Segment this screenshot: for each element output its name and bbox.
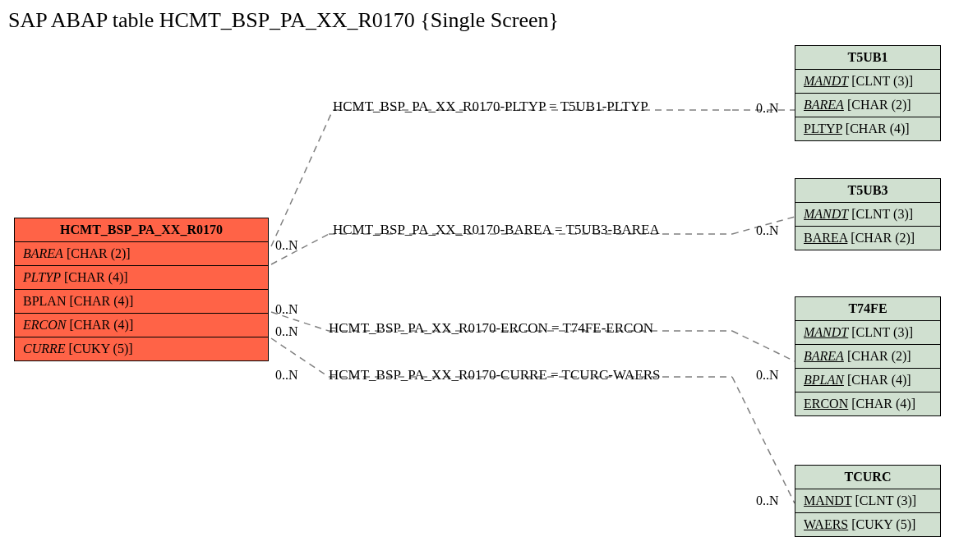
field-name: ERCON [23, 318, 66, 332]
field-type: [CHAR (4)] [69, 294, 133, 308]
rel-label-2: HCMT_BSP_PA_XX_R0170-BAREA = T5UB3-BAREA [333, 222, 660, 238]
field-type: [CUKY (5)] [69, 342, 133, 356]
cardinality-right-3: 0..N [756, 368, 779, 383]
field-type: [CHAR (4)] [69, 318, 133, 332]
table-row: BAREA [CHAR (2)] [15, 242, 268, 266]
svg-line-8 [732, 331, 795, 361]
field-name: WAERS [804, 517, 848, 531]
table-row: ERCON [CHAR (4)] [795, 392, 940, 415]
svg-line-0 [271, 110, 333, 246]
field-type: [CHAR (2)] [847, 349, 911, 363]
field-type: [CHAR (2)] [851, 231, 915, 245]
ref-entity-header: TCURC [795, 466, 940, 489]
table-row: MANDT [CLNT (3)] [795, 489, 940, 513]
field-name: BAREA [804, 98, 844, 112]
field-name: MANDT [804, 74, 848, 88]
field-name: MANDT [804, 493, 851, 507]
ref-entity-header: T5UB3 [795, 179, 940, 203]
field-name: BPLAN [804, 373, 844, 387]
cardinality-left-4: 0..N [275, 368, 298, 383]
cardinality-left-2: 0..N [275, 302, 298, 317]
field-name: MANDT [804, 325, 848, 339]
field-type: [CUKY (5)] [851, 517, 915, 531]
table-row: BPLAN [CHAR (4)] [15, 290, 268, 314]
field-type: [CLNT (3)] [855, 493, 916, 507]
table-row: BAREA [CHAR (2)] [795, 94, 940, 117]
rel-label-3: HCMT_BSP_PA_XX_R0170-ERCON = T74FE-ERCON [329, 320, 653, 337]
field-name: PLTYP [804, 122, 842, 135]
page-title: SAP ABAP table HCMT_BSP_PA_XX_R0170 {Sin… [8, 8, 559, 33]
table-row: WAERS [CUKY (5)] [795, 513, 940, 536]
cardinality-right-2: 0..N [756, 223, 779, 238]
field-type: [CLNT (3)] [851, 325, 913, 339]
main-entity-header: HCMT_BSP_PA_XX_R0170 [15, 218, 268, 242]
field-name: BAREA [23, 246, 63, 260]
table-row: MANDT [CLNT (3)] [795, 70, 940, 94]
field-name: BAREA [804, 231, 847, 245]
cardinality-right-4: 0..N [756, 493, 779, 508]
table-row: BAREA [CHAR (2)] [795, 227, 940, 250]
cardinality-right-1: 0..N [756, 101, 779, 116]
rel-label-1: HCMT_BSP_PA_XX_R0170-PLTYP = T5UB1-PLTYP [333, 99, 648, 115]
ref-entity-t74fe: T74FE MANDT [CLNT (3)] BAREA [CHAR (2)] … [795, 296, 941, 416]
main-entity: HCMT_BSP_PA_XX_R0170 BAREA [CHAR (2)] PL… [14, 218, 269, 361]
cardinality-left-1: 0..N [275, 238, 298, 253]
ref-entity-header: T5UB1 [795, 46, 940, 70]
cardinality-left-3: 0..N [275, 324, 298, 339]
field-name: MANDT [804, 207, 848, 221]
ref-entity-t5ub3: T5UB3 MANDT [CLNT (3)] BAREA [CHAR (2)] [795, 178, 941, 250]
table-row: CURRE [CUKY (5)] [15, 337, 268, 360]
ref-entity-tcurc: TCURC MANDT [CLNT (3)] WAERS [CUKY (5)] [795, 465, 941, 537]
field-name: PLTYP [23, 270, 61, 284]
field-type: [CHAR (4)] [847, 373, 911, 387]
field-name: BAREA [804, 349, 844, 363]
svg-line-11 [732, 377, 795, 503]
rel-label-4: HCMT_BSP_PA_XX_R0170-CURRE = TCURC-WAERS [329, 367, 661, 383]
table-row: ERCON [CHAR (4)] [15, 314, 268, 337]
field-type: [CHAR (4)] [846, 122, 910, 135]
table-row: PLTYP [CHAR (4)] [15, 266, 268, 290]
ref-entity-t5ub1: T5UB1 MANDT [CLNT (3)] BAREA [CHAR (2)] … [795, 45, 941, 141]
field-type: [CLNT (3)] [851, 207, 913, 221]
field-name: ERCON [804, 397, 848, 411]
field-type: [CHAR (2)] [67, 246, 131, 260]
field-type: [CHAR (4)] [851, 397, 915, 411]
table-row: BPLAN [CHAR (4)] [795, 369, 940, 392]
table-row: MANDT [CLNT (3)] [795, 321, 940, 345]
table-row: PLTYP [CHAR (4)] [795, 117, 940, 140]
ref-entity-header: T74FE [795, 297, 940, 321]
field-type: [CHAR (4)] [64, 270, 128, 284]
table-row: MANDT [CLNT (3)] [795, 203, 940, 227]
field-name: BPLAN [23, 294, 66, 308]
field-name: CURRE [23, 342, 66, 356]
field-type: [CLNT (3)] [851, 74, 913, 88]
field-type: [CHAR (2)] [847, 98, 911, 112]
table-row: BAREA [CHAR (2)] [795, 345, 940, 369]
